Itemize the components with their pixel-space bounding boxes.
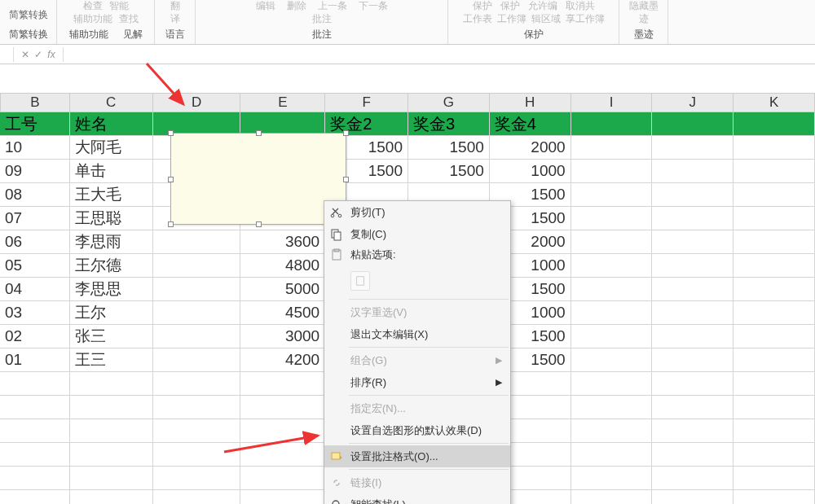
cell[interactable] bbox=[0, 372, 70, 396]
column-header[interactable]: B bbox=[0, 93, 70, 112]
cell[interactable] bbox=[652, 443, 734, 467]
cell[interactable] bbox=[652, 348, 734, 372]
column-header[interactable]: K bbox=[734, 93, 815, 112]
cell[interactable] bbox=[240, 467, 325, 490]
confirm-icon[interactable]: ✓ bbox=[32, 49, 45, 60]
cell[interactable] bbox=[70, 443, 153, 467]
resize-handle[interactable] bbox=[343, 177, 349, 182]
cell[interactable] bbox=[734, 207, 815, 230]
cell[interactable] bbox=[652, 301, 734, 325]
cell[interactable] bbox=[652, 112, 734, 136]
cell[interactable] bbox=[734, 419, 815, 443]
cell[interactable] bbox=[153, 348, 241, 372]
resize-handle[interactable] bbox=[168, 177, 174, 182]
column-header[interactable]: G bbox=[408, 93, 490, 112]
cell[interactable]: 王尔 bbox=[70, 301, 153, 325]
resize-handle[interactable] bbox=[168, 130, 174, 136]
ribbon-btn[interactable]: 享工作簿 bbox=[566, 12, 605, 22]
cell[interactable]: 王大毛 bbox=[70, 183, 153, 207]
column-header[interactable]: E bbox=[240, 93, 325, 112]
resize-handle[interactable] bbox=[256, 221, 262, 227]
cell[interactable] bbox=[571, 230, 653, 254]
cell[interactable]: 5000 bbox=[240, 278, 325, 301]
ribbon-btn[interactable]: 保护 bbox=[473, 0, 492, 12]
cell[interactable] bbox=[652, 490, 734, 504]
cell[interactable]: 姓名 bbox=[70, 112, 153, 136]
ribbon-btn[interactable]: 允许编 bbox=[528, 0, 557, 12]
cell[interactable] bbox=[153, 230, 241, 254]
ribbon-btn[interactable]: 批注 bbox=[312, 12, 332, 22]
cell[interactable] bbox=[734, 254, 815, 278]
cell[interactable]: 奖金4 bbox=[490, 112, 571, 136]
cell[interactable]: 4500 bbox=[240, 301, 325, 325]
cell[interactable]: 05 bbox=[0, 254, 70, 278]
cell[interactable] bbox=[153, 396, 241, 419]
ribbon-btn[interactable]: 检查 bbox=[83, 0, 103, 12]
cell[interactable]: 奖金3 bbox=[408, 112, 490, 136]
cell[interactable]: 李思雨 bbox=[70, 230, 153, 254]
column-header[interactable]: H bbox=[490, 93, 571, 112]
cell[interactable]: 08 bbox=[0, 183, 70, 207]
ribbon-btn[interactable]: 上一条 bbox=[318, 0, 347, 12]
cell[interactable] bbox=[0, 396, 70, 419]
cell[interactable]: 4800 bbox=[240, 254, 325, 278]
ribbon-btn[interactable]: 简繁转换 bbox=[9, 8, 48, 22]
cell[interactable] bbox=[734, 230, 815, 254]
cell[interactable]: 02 bbox=[0, 325, 70, 348]
ribbon-btn[interactable]: 查找 bbox=[119, 12, 139, 22]
cell[interactable] bbox=[0, 490, 70, 504]
cell[interactable] bbox=[153, 443, 241, 467]
cell[interactable] bbox=[571, 396, 653, 419]
cell[interactable] bbox=[652, 160, 734, 183]
cell[interactable] bbox=[734, 278, 815, 301]
cell[interactable]: 1500 bbox=[408, 136, 490, 160]
ribbon-btn[interactable]: 隐藏墨 bbox=[629, 0, 659, 12]
cell[interactable] bbox=[734, 490, 815, 504]
cell[interactable] bbox=[571, 467, 653, 490]
resize-handle[interactable] bbox=[256, 130, 262, 136]
cell[interactable]: 03 bbox=[0, 301, 70, 325]
cell[interactable] bbox=[153, 254, 241, 278]
menu-smart-find[interactable]: 智能查找(L) bbox=[324, 493, 510, 504]
cell[interactable] bbox=[571, 207, 653, 230]
ribbon-btn[interactable]: 辅助功能 bbox=[73, 12, 112, 22]
column-header[interactable]: C bbox=[70, 93, 153, 112]
cancel-icon[interactable]: ✕ bbox=[19, 49, 32, 60]
cell[interactable]: 3000 bbox=[240, 325, 325, 348]
cell[interactable] bbox=[70, 490, 153, 504]
cell[interactable]: 工号 bbox=[0, 112, 70, 136]
menu-default-shape[interactable]: 设置自选图形的默认效果(D) bbox=[324, 419, 510, 441]
cell[interactable] bbox=[734, 396, 815, 419]
cell[interactable] bbox=[571, 348, 653, 372]
cell[interactable] bbox=[734, 325, 815, 348]
cell[interactable] bbox=[734, 112, 815, 136]
column-header[interactable]: J bbox=[652, 93, 734, 112]
cell[interactable] bbox=[70, 372, 153, 396]
ribbon-btn[interactable]: 保护 bbox=[500, 0, 520, 12]
cell[interactable] bbox=[153, 419, 241, 443]
menu-exit-text-edit[interactable]: 退出文本编辑(X) bbox=[324, 323, 510, 345]
cell[interactable] bbox=[571, 112, 653, 136]
cell[interactable] bbox=[240, 419, 325, 443]
cell[interactable]: 06 bbox=[0, 230, 70, 254]
ribbon-btn[interactable]: 编辑 bbox=[256, 0, 275, 12]
cell[interactable] bbox=[571, 183, 653, 207]
cell[interactable]: 单击 bbox=[70, 160, 153, 183]
ribbon-btn[interactable]: 工作簿 bbox=[497, 12, 526, 22]
cell[interactable] bbox=[153, 301, 241, 325]
ribbon-btn[interactable]: 取消共 bbox=[566, 0, 595, 12]
ribbon-btn[interactable]: 迹 bbox=[639, 12, 649, 22]
cell[interactable]: 大阿毛 bbox=[70, 136, 153, 160]
cell[interactable] bbox=[571, 443, 653, 467]
cell[interactable] bbox=[153, 325, 241, 348]
cell[interactable] bbox=[652, 230, 734, 254]
cell[interactable] bbox=[652, 419, 734, 443]
cell[interactable] bbox=[153, 278, 241, 301]
column-header[interactable]: D bbox=[153, 93, 241, 112]
menu-format-comment[interactable]: 设置批注格式(O)... bbox=[324, 445, 510, 467]
cell[interactable] bbox=[153, 372, 241, 396]
cell[interactable]: 3600 bbox=[240, 230, 325, 254]
cell[interactable] bbox=[571, 278, 653, 301]
ribbon-btn[interactable]: 下一条 bbox=[359, 0, 388, 12]
cell[interactable] bbox=[652, 254, 734, 278]
